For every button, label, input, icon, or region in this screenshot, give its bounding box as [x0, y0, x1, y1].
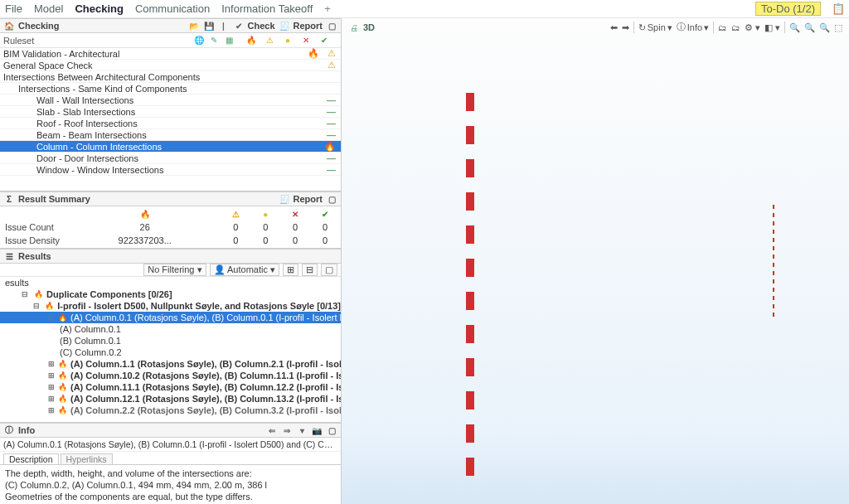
twist-icon[interactable]: ⊟ — [22, 290, 30, 298]
report-button[interactable]: Report — [294, 21, 323, 31]
layer2-icon[interactable]: 🗂 — [731, 22, 740, 32]
info-snapshot-icon[interactable]: 📷 — [311, 426, 323, 435]
twist-icon[interactable]: ⊞ — [48, 406, 55, 414]
no-filtering-dropdown[interactable]: No Filtering ▾ — [143, 264, 206, 276]
settings-icon[interactable]: ⚙ ▾ — [745, 22, 760, 32]
info-dropdown[interactable]: ⓘ Info ▾ — [677, 22, 709, 33]
summary-box-icon[interactable]: ▢ — [326, 195, 337, 204]
check-button[interactable]: Check — [248, 21, 275, 31]
twist-icon[interactable]: ⊞ — [48, 360, 55, 368]
view-3d[interactable]: 🖨 3D ⬅ ➡ ↻ Spin ▾ ⓘ Info ▾ 🗂 🗂 ⚙ ▾ ◧ ▾ 🔍… — [342, 18, 849, 504]
zoom-in-icon[interactable]: 🔍 — [789, 22, 800, 33]
result-row[interactable]: ⊞🔥(A) Column.2.2 (Rotasjons Søyle), (B) … — [0, 405, 341, 416]
list-icon: ☰ — [3, 250, 15, 262]
critical-icon: 🔥 — [58, 383, 67, 391]
twist-icon[interactable]: ⊞ — [48, 371, 55, 380]
layer1-icon[interactable]: 🗂 — [718, 22, 727, 32]
add-tab-button[interactable]: + — [324, 2, 331, 15]
left-panels: 🏠 Checking 📂 💾 | ✔ Check 🧾 Report ▢ Rule… — [0, 18, 342, 504]
todo-badge[interactable]: To-Do (1/2) — [755, 2, 821, 16]
result-label: Duplicate Components [0/26] — [46, 289, 172, 299]
nav-fwd-icon[interactable]: ➡ — [622, 22, 629, 32]
result-label: (A) Column.12.1 (Rotasjons Søyle), (B) C… — [70, 394, 341, 404]
menu-checking[interactable]: Checking — [75, 2, 124, 15]
check-icon[interactable]: ✔ — [233, 22, 245, 31]
result-row[interactable]: ⊟🔥(A) Column.0.1 (Rotasjons Søyle), (B) … — [0, 312, 341, 323]
grid-icon[interactable]: ▦ — [224, 36, 234, 46]
sum-critical-icon: 🔥 — [140, 209, 150, 219]
twist-icon[interactable]: ⊟ — [33, 302, 41, 310]
ruleset-node-label: Roof - Roof Intersections — [36, 119, 250, 128]
ruleset-node[interactable]: Window - Window Intersections— — [0, 164, 341, 176]
zoom-fit-icon[interactable]: 🔍 — [819, 22, 830, 33]
ruleset-node[interactable]: BIM Validation - Architectural🔥⚠ — [0, 48, 341, 60]
result-row[interactable]: (B) Column.0.1 — [0, 335, 341, 346]
pass-dash-icon: — — [327, 95, 336, 105]
column-segment — [466, 292, 474, 310]
panel-close-icon[interactable]: ▢ — [326, 22, 337, 31]
zoom-window-icon[interactable]: ⬚ — [834, 22, 842, 32]
ruleset-tree[interactable]: BIM Validation - Architectural🔥⚠General … — [0, 48, 341, 191]
column-segment — [466, 93, 474, 111]
info-icon-a[interactable]: ▾ — [296, 426, 308, 435]
menu-takeoff[interactable]: Information Takeoff — [221, 2, 313, 15]
info-nav-next[interactable]: ⇒ — [281, 426, 293, 435]
column-segment-far — [773, 313, 774, 317]
results-root[interactable]: esults — [0, 277, 341, 288]
ruleset-node[interactable]: Column - Column Intersections🔥 — [0, 141, 341, 153]
info-box-icon[interactable]: ▢ — [326, 426, 337, 435]
report-icon[interactable]: 🧾 — [279, 22, 290, 31]
results-tree[interactable]: esults ⊟🔥Duplicate Components [0/26]⊟🔥I-… — [0, 277, 341, 422]
ruleset-node[interactable]: Wall - Wall Intersections— — [0, 94, 341, 106]
twist-icon[interactable]: ⊟ — [48, 313, 55, 322]
save-icon[interactable]: 💾 — [203, 22, 215, 31]
twist-icon[interactable]: ⊞ — [48, 395, 55, 403]
density-info: 0 — [251, 235, 279, 246]
result-row[interactable]: (C) Column.0.2 — [0, 346, 341, 358]
spin-dropdown[interactable]: ↻ Spin ▾ — [638, 22, 672, 32]
ruleset-node[interactable]: Door - Door Intersections— — [0, 153, 341, 164]
menu-file[interactable]: File — [5, 2, 22, 15]
ruleset-tool-icons[interactable]: 🌐 ✎ ▦ — [194, 36, 234, 46]
critical-icon: 🔥 — [58, 406, 67, 414]
critical-icon: 🔥 — [58, 313, 67, 322]
expand-button[interactable]: ⊞ — [283, 264, 298, 276]
ruleset-node[interactable]: General Space Check⚠ — [0, 60, 341, 71]
result-row[interactable]: ⊞🔥(A) Column.11.1 (Rotasjons Søyle), (B)… — [0, 381, 341, 393]
ruleset-node[interactable]: Beam - Beam Intersections— — [0, 129, 341, 141]
globe-icon[interactable]: 🌐 — [194, 36, 204, 46]
wand-icon[interactable]: ✎ — [209, 36, 219, 46]
collapse-button[interactable]: ⊟ — [302, 264, 318, 276]
result-row[interactable]: ⊞🔥(A) Column.12.1 (Rotasjons Søyle), (B)… — [0, 393, 341, 405]
automatic-dropdown[interactable]: 👤 Automatic ▾ — [210, 264, 279, 276]
ruleset-node[interactable]: Intersections Between Architectural Comp… — [0, 71, 341, 83]
nav-back-icon[interactable]: ⬅ — [610, 22, 618, 32]
summary-report-icon[interactable]: 🧾 — [279, 195, 290, 204]
ruleset-node[interactable]: Slab - Slab Intersections— — [0, 106, 341, 118]
column-segment-far — [773, 304, 774, 308]
pass-dash-icon: — — [327, 130, 336, 140]
result-row[interactable]: ⊟🔥I-profil - Isolert D500, Nullpunkt Søy… — [0, 300, 341, 312]
folder-open-icon[interactable]: 📂 — [188, 22, 200, 31]
zoom-out-icon[interactable]: 🔍 — [804, 22, 815, 33]
summary-panel: Σ Result Summary 🧾 Report ▢ 🔥 ⚠ ● ✕ ✔ Is… — [0, 191, 341, 248]
column-segment-far — [773, 213, 774, 217]
ruleset-node[interactable]: Intersections - Same Kind of Components — [0, 83, 341, 94]
task-icon[interactable]: 📋 — [832, 3, 844, 15]
result-row[interactable]: (A) Column.0.1 — [0, 323, 341, 335]
menu-communication[interactable]: Communication — [135, 2, 210, 15]
tab-hyperlinks[interactable]: Hyperlinks — [61, 453, 113, 464]
result-row[interactable]: ⊟🔥Duplicate Components [0/26] — [0, 288, 341, 300]
cube-icon[interactable]: ◧ ▾ — [764, 22, 780, 32]
twist-icon[interactable]: ⊞ — [48, 383, 55, 391]
result-row[interactable]: ⊞🔥(A) Column.1.1 (Rotasjons Søyle), (B) … — [0, 358, 341, 370]
tab-description[interactable]: Description — [3, 453, 59, 464]
results-box-icon[interactable]: ▢ — [321, 264, 337, 276]
menu-model[interactable]: Model — [34, 2, 63, 15]
info-nav-prev[interactable]: ⇐ — [266, 426, 278, 435]
summary-report-button[interactable]: Report — [294, 194, 323, 204]
result-row[interactable]: ⊞🔥(A) Column.10.2 (Rotasjons Søyle), (B)… — [0, 370, 341, 381]
issue-density-label: Issue Density — [2, 235, 68, 246]
printer-icon[interactable]: 🖨 — [348, 22, 360, 33]
ruleset-node[interactable]: Roof - Roof Intersections— — [0, 118, 341, 129]
